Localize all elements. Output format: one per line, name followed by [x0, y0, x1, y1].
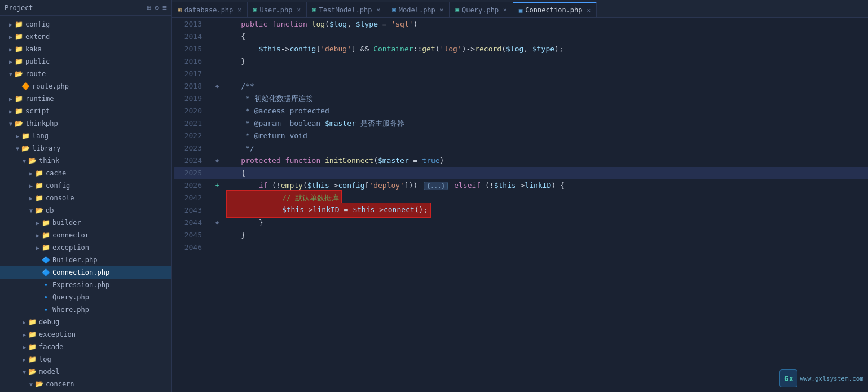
sidebar-item-model[interactable]: ▼ 📂 model	[0, 365, 171, 378]
tab-icon: ▣	[455, 6, 459, 14]
folder-label: builder	[52, 219, 81, 227]
line-number: 2019	[174, 93, 211, 105]
fold-expand-icon[interactable]: +	[215, 179, 219, 192]
line-number: 2023	[174, 142, 211, 155]
line-number: 2025	[174, 167, 211, 179]
folder-label: connector	[52, 231, 89, 239]
watermark: Gx www.gxlsystem.com	[779, 369, 863, 387]
gutter-cell: ◆	[211, 217, 223, 229]
sidebar-item-expression-php[interactable]: 🔹 Expression.php	[0, 279, 171, 291]
folder-label: think	[39, 157, 59, 165]
tab-icon: ▣	[519, 7, 523, 14]
line-number: 2018	[174, 80, 211, 93]
folder-label: public	[25, 58, 50, 65]
code-content[interactable]: 2013 public function log($log, $type = '…	[172, 18, 868, 392]
sidebar-item-facade[interactable]: ▶ 📁 facade	[0, 341, 171, 353]
line-code: * @param boolean $master 是否主服务器	[223, 117, 868, 130]
tab-testmodel-php[interactable]: ▣ TestModel.php ✕	[307, 2, 386, 17]
tab-close-icon[interactable]: ✕	[377, 6, 381, 14]
sidebar-item-cache[interactable]: ▶ 📁 cache	[0, 167, 171, 179]
sidebar-item-exception[interactable]: ▶ 📁 exception	[0, 241, 171, 254]
sidebar-item-route[interactable]: ▼ 📂 route	[0, 68, 171, 80]
sidebar-item-builder-php[interactable]: 🔷 Builder.php	[0, 254, 171, 266]
sidebar-item-builder[interactable]: ▶ 📁 builder	[0, 217, 171, 229]
tab-close-icon[interactable]: ✕	[237, 6, 241, 14]
line-number: 2016	[174, 55, 211, 68]
sidebar-item-config[interactable]: ▶ 📁 config	[0, 18, 171, 30]
sidebar-item-public[interactable]: ▶ 📁 public	[0, 55, 171, 68]
sidebar-item-connector[interactable]: ▶ 📁 connector	[0, 229, 171, 241]
sidebar-item-concern[interactable]: ▼ 📂 concern	[0, 378, 171, 390]
sidebar-item-extend[interactable]: ▶ 📁 extend	[0, 30, 171, 43]
folder-label: exception	[39, 331, 76, 338]
sidebar-item-library[interactable]: ▼ 📂 library	[0, 142, 171, 155]
code-line-2013: 2013 public function log($log, $type = '…	[174, 18, 868, 30]
sidebar-item-query-php[interactable]: 🔹 Query.php	[0, 291, 171, 303]
tab-label: Query.php	[462, 6, 499, 14]
line-code: */	[223, 142, 868, 155]
fold-arrow[interactable]: ◆	[215, 217, 219, 229]
folder-label: route	[25, 70, 46, 78]
file-label: route.php	[32, 82, 69, 90]
code-line-2043: 2043 $this->linkID = $this->connect();	[174, 204, 868, 217]
sidebar-header: Project ⊞ ⚙ ≡	[0, 0, 171, 16]
tab-close-icon[interactable]: ✕	[297, 6, 301, 14]
fold-arrow[interactable]: ◆	[215, 155, 219, 167]
sidebar-item-log[interactable]: ▶ 📁 log	[0, 353, 171, 365]
tab-user-php[interactable]: ▣ User.php ✕	[248, 2, 307, 17]
tab-bar: ▣ database.php ✕ ▣ User.php ✕ ▣ TestMode…	[172, 0, 868, 18]
folder-label: cache	[46, 169, 66, 177]
tab-query-php[interactable]: ▣ Query.php ✕	[450, 2, 513, 17]
sidebar-item-config2[interactable]: ▶ 📁 config	[0, 179, 171, 192]
file-label: Where.php	[52, 306, 89, 314]
editor-area: ▣ database.php ✕ ▣ User.php ✕ ▣ TestMode…	[172, 0, 868, 392]
tab-icon: ▣	[392, 6, 396, 14]
tab-icon: ▣	[253, 6, 257, 14]
fold-arrow[interactable]: ◆	[215, 80, 219, 93]
sidebar-item-exception2[interactable]: ▶ 📁 exception	[0, 328, 171, 341]
sidebar-item-thinkphp[interactable]: ▼ 📂 thinkphp	[0, 117, 171, 130]
code-line-2045: 2045 }	[174, 229, 868, 241]
more-icon[interactable]: ≡	[162, 3, 167, 12]
code-line-2044: 2044 ◆ }	[174, 217, 868, 229]
folder-label: model	[39, 368, 59, 376]
sidebar-item-lang[interactable]: ▶ 📁 lang	[0, 130, 171, 142]
watermark-url: www.gxlsystem.com	[800, 375, 863, 382]
line-code: $this->config['debug'] && Container::get…	[223, 43, 868, 55]
tab-model-php[interactable]: ▣ Model.php ✕	[386, 2, 450, 17]
sidebar-item-route-php[interactable]: 🔶 route.php	[0, 80, 171, 93]
line-code: * @access protected	[223, 105, 868, 117]
sidebar-item-debug[interactable]: ▶ 📁 debug	[0, 316, 171, 328]
tab-close-icon[interactable]: ✕	[440, 6, 444, 14]
gutter-cell: ◆	[211, 80, 223, 93]
sidebar-item-console[interactable]: ▶ 📁 console	[0, 192, 171, 204]
settings-icon[interactable]: ⚙	[155, 3, 159, 12]
sidebar-item-kaka[interactable]: ▶ 📁 kaka	[0, 43, 171, 55]
line-number: 2042	[174, 192, 211, 204]
tab-database-php[interactable]: ▣ database.php ✕	[172, 2, 248, 17]
folded-code[interactable]: {...}	[424, 182, 448, 190]
tab-label: User.php	[260, 6, 293, 14]
sidebar-item-db[interactable]: ▼ 📂 db	[0, 204, 171, 217]
sidebar-item-connection-php[interactable]: 🔷 Connection.php	[0, 266, 171, 279]
code-line-2042: 2042 // 默认单数据库	[174, 192, 868, 204]
line-code: * @return void	[223, 130, 868, 142]
line-number: 2022	[174, 130, 211, 142]
tab-icon: ▣	[312, 6, 316, 14]
code-line-2014: 2014 {	[174, 30, 868, 43]
line-code: }	[223, 55, 868, 68]
code-editor: 2013 public function log($log, $type = '…	[172, 18, 868, 392]
sidebar-item-runtime[interactable]: ▶ 📁 runtime	[0, 93, 171, 105]
sidebar-item-script[interactable]: ▶ 📁 script	[0, 105, 171, 117]
sidebar-toolbar: ⊞ ⚙ ≡	[147, 3, 167, 12]
tab-connection-php[interactable]: ▣ Connection.php ✕	[513, 2, 597, 17]
tab-close-icon[interactable]: ✕	[587, 7, 591, 14]
sidebar-item-think[interactable]: ▼ 📂 think	[0, 155, 171, 167]
line-code: $this->linkID = $this->connect();	[223, 203, 868, 218]
watermark-icon: Gx	[784, 374, 794, 383]
expand-all-icon[interactable]: ⊞	[147, 3, 152, 12]
tab-close-icon[interactable]: ✕	[503, 6, 507, 14]
line-code: protected function initConnect($master =…	[223, 155, 868, 167]
sidebar-item-where-php[interactable]: 🔹 Where.php	[0, 303, 171, 316]
gutter-cell: ◆	[211, 155, 223, 167]
